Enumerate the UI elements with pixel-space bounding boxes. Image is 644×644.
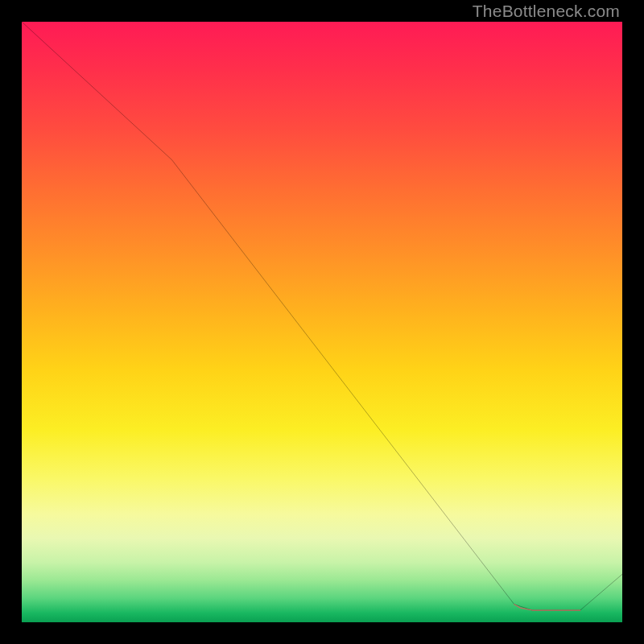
watermark-text: TheBottleneck.com [473,2,620,21]
plot-frame [22,22,622,622]
plot-gradient-background [22,22,622,622]
